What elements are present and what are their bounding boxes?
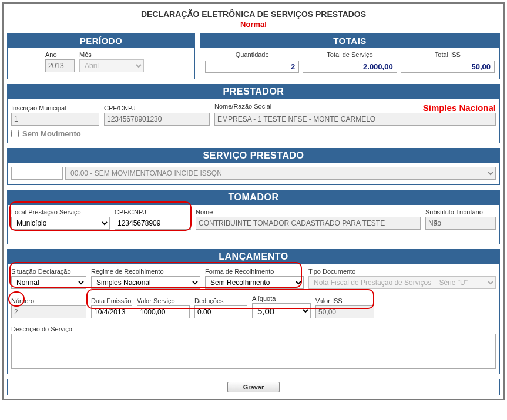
periodo-panel: PERÍODO Ano Mês Abril — [7, 33, 195, 79]
total-iss-label: Total ISS — [401, 51, 495, 58]
totais-header: TOTAIS — [200, 34, 499, 48]
sem-movimento-checkbox[interactable] — [11, 130, 19, 137]
valor-servico-input[interactable] — [137, 305, 190, 318]
forma-select[interactable]: Sem Recolhimento — [205, 276, 304, 289]
total-servico-label: Total de Serviço — [303, 51, 397, 58]
totais-panel: TOTAIS Quantidade 2 Total de Serviço 2.0… — [200, 33, 500, 79]
situacao-select[interactable]: Normal — [11, 276, 86, 289]
aliquota-label: Alíquota — [252, 295, 311, 302]
tipo-select: Nota Fiscal de Prestação de Serviços – S… — [308, 276, 496, 289]
simples-nacional-badge: Simples Nacional — [423, 103, 496, 113]
servico-codigo-input[interactable] — [11, 167, 63, 180]
regime-label: Regime de Recolhimento — [91, 268, 200, 275]
quantidade-value: 2 — [205, 61, 299, 73]
descricao-textarea[interactable] — [11, 334, 496, 369]
forma-label: Forma de Recolhimento — [205, 268, 304, 275]
valor-servico-label: Valor Serviço — [137, 297, 190, 304]
sem-movimento-label: Sem Movimento — [22, 129, 81, 138]
tomador-nome-label: Nome — [196, 209, 421, 216]
total-iss-value: 50,00 — [401, 61, 495, 73]
tomador-nome-input — [196, 217, 421, 230]
ano-input — [45, 59, 75, 72]
action-bar: Gravar — [7, 379, 500, 395]
situacao-label: Situação Declaração — [11, 268, 86, 275]
regime-select[interactable]: Simples Nacional — [91, 276, 200, 289]
prestador-cpf-label: CPF/CNPJ — [104, 105, 210, 112]
prestador-header: PRESTADOR — [7, 84, 500, 99]
local-select[interactable]: Município — [11, 217, 110, 230]
substituto-label: Substituto Tributário — [425, 209, 496, 216]
data-input[interactable] — [91, 305, 132, 318]
tomador-header: TOMADOR — [7, 190, 500, 205]
valor-iss-label: Valor ISS — [315, 297, 374, 304]
valor-iss-input — [315, 305, 374, 318]
prestador-nome-label: Nome/Razão Social — [214, 103, 271, 110]
ano-label: Ano — [45, 51, 75, 58]
servico-body: 00.00 - SEM MOVIMENTO/NAO INCIDE ISSQN — [7, 163, 500, 185]
numero-label: Número — [11, 297, 86, 304]
local-label: Local Prestação Serviço — [11, 209, 110, 216]
tomador-cpf-input[interactable] — [115, 217, 191, 230]
prestador-body: Inscrição Municipal CPF/CNPJ Nome/Razão … — [7, 99, 500, 143]
descricao-label: Descrição do Serviço — [11, 325, 496, 332]
lancamento-body: Situação Declaração Normal Regime de Rec… — [7, 264, 500, 374]
deducoes-label: Deduções — [194, 297, 247, 304]
quantidade-label: Quantidade — [205, 51, 299, 58]
prestador-nome-input — [214, 113, 496, 126]
mes-select: Abril — [79, 59, 144, 72]
servico-descricao-select[interactable]: 00.00 - SEM MOVIMENTO/NAO INCIDE ISSQN — [65, 167, 496, 180]
inscricao-label: Inscrição Municipal — [11, 105, 99, 112]
aliquota-select[interactable]: 5,00 — [252, 303, 311, 318]
numero-input — [11, 305, 86, 318]
substituto-input — [425, 217, 496, 230]
page-title: DECLARAÇÃO ELETRÔNICA DE SERVIÇOS PRESTA… — [7, 7, 500, 20]
servico-header: SERVIÇO PRESTADO — [7, 148, 500, 163]
gravar-button[interactable]: Gravar — [227, 382, 280, 392]
tipo-label: Tipo Documento — [308, 268, 496, 275]
mes-label: Mês — [79, 51, 144, 58]
prestador-cpf-input — [104, 113, 210, 126]
tomador-body: Local Prestação Serviço Município CPF/CN… — [7, 205, 500, 244]
lancamento-header: LANÇAMENTO — [7, 249, 500, 264]
periodo-header: PERÍODO — [8, 34, 194, 48]
inscricao-input — [11, 113, 99, 126]
tomador-cpf-label: CPF/CNPJ — [115, 209, 191, 216]
total-servico-value: 2.000,00 — [303, 61, 397, 73]
deducoes-input[interactable] — [194, 305, 247, 318]
data-label: Data Emissão — [91, 297, 132, 304]
declaration-type: Normal — [7, 20, 500, 33]
